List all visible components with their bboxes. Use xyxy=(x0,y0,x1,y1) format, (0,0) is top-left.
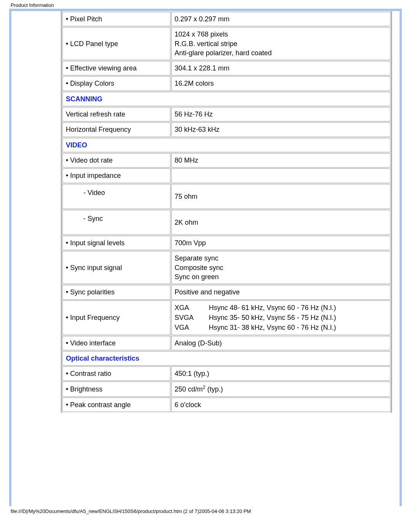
inner-frame: • Pixel Pitch 0.297 x 0.297 mm • LCD Pan… xyxy=(11,11,400,506)
table-row: • Sync input signal Separate sync Compos… xyxy=(62,251,390,284)
value-contrast-ratio: 450:1 (typ.) xyxy=(171,366,390,381)
label-contrast-ratio: • Contrast ratio xyxy=(62,366,170,381)
label-input-frequency: • Input Frequency xyxy=(62,300,170,335)
value-impedance-sync: 2K ohm xyxy=(171,210,390,235)
sync-input-line1: Separate sync xyxy=(175,254,387,263)
value-impedance-video: 75 ohm xyxy=(171,184,390,209)
label-impedance-video: - Video xyxy=(62,184,170,209)
spec-table: • Pixel Pitch 0.297 x 0.297 mm • LCD Pan… xyxy=(62,11,391,413)
label-horizontal-freq: Horizontal Frequency xyxy=(62,122,170,137)
label-impedance-sync: - Sync xyxy=(62,210,170,235)
label-sync-input: • Sync input signal xyxy=(62,251,170,284)
lcd-panel-line2: R.G.B. vertical stripe xyxy=(175,39,387,48)
value-video-interface: Analog (D-Sub) xyxy=(171,336,390,350)
table-row: - Video 75 ohm xyxy=(62,184,390,209)
table-row: VIDEO xyxy=(62,138,390,152)
label-display-colors: • Display Colors xyxy=(62,76,170,91)
label-signal-levels: • Input signal levels xyxy=(62,236,170,250)
table-row: • Brightness 250 cd/m2 (typ.) xyxy=(62,382,390,396)
brightness-sup: 2 xyxy=(203,385,206,390)
section-head-scanning: SCANNING xyxy=(62,92,390,106)
table-row: Horizontal Frequency 30 kHz-63 kHz xyxy=(62,122,390,137)
page-title: Product Information xyxy=(0,0,411,9)
impedance-sync-sublabel: - Sync xyxy=(66,214,103,223)
value-video-dot-rate: 80 MHz xyxy=(171,153,390,168)
label-input-impedance: • Input impedance xyxy=(62,168,170,183)
table-row: SCANNING xyxy=(62,92,390,106)
label-peak-contrast-angle: • Peak contrast angle xyxy=(62,398,170,412)
freq-val-svga: Hsync 35- 50 kHz, Vsync 56 - 75 Hz (N.I.… xyxy=(209,313,387,322)
label-video-interface: • Video interface xyxy=(62,336,170,350)
label-sync-polarities: • Sync polarities xyxy=(62,285,170,299)
value-lcd-panel: 1024 x 768 pixels R.G.B. vertical stripe… xyxy=(171,27,390,60)
table-row: • Peak contrast angle 6 o'clock xyxy=(62,398,390,412)
table-row: • Input signal levels 700m Vpp xyxy=(62,236,390,250)
table-row: • Contrast ratio 450:1 (typ.) xyxy=(62,366,390,381)
value-horizontal-freq: 30 kHz-63 kHz xyxy=(171,122,390,137)
value-signal-levels: 700m Vpp xyxy=(171,236,390,250)
freq-mode-svga: SVGA xyxy=(175,313,209,322)
brightness-prefix: 250 cd/m xyxy=(175,385,203,393)
table-row: • Input Frequency XGA Hsync 48- 61 kHz, … xyxy=(62,300,390,335)
value-brightness: 250 cd/m2 (typ.) xyxy=(171,382,390,396)
freq-mode-vga: VGA xyxy=(175,323,209,332)
section-head-optical: Optical characteristics xyxy=(62,351,390,366)
section-head-video: VIDEO xyxy=(62,138,390,152)
value-sync-input: Separate sync Composite sync Sync on gre… xyxy=(171,251,390,284)
sync-input-line3: Sync on green xyxy=(175,272,387,281)
table-row: • Display Colors 16.2M colors xyxy=(62,76,390,91)
label-brightness: • Brightness xyxy=(62,382,170,396)
table-row: • Sync polarities Positive and negative xyxy=(62,285,390,299)
freq-val-vga: Hsync 31- 38 kHz, Vsync 60 - 76 Hz (N.I.… xyxy=(209,323,387,332)
lcd-panel-line1: 1024 x 768 pixels xyxy=(175,30,387,39)
value-display-colors: 16.2M colors xyxy=(171,76,390,91)
lcd-panel-line3: Anti-glare polarizer, hard coated xyxy=(175,48,387,58)
sync-input-line2: Composite sync xyxy=(175,263,387,272)
spec-table-container: • Pixel Pitch 0.297 x 0.297 mm • LCD Pan… xyxy=(61,11,392,413)
impedance-video-sublabel: - Video xyxy=(66,188,105,197)
table-row: Vertical refresh rate 56 Hz-76 Hz xyxy=(62,107,390,121)
label-lcd-panel: • LCD Panel type xyxy=(62,27,170,60)
footer-path: file:///D|/My%20Documents/dfu/A5_new/ENG… xyxy=(0,506,411,518)
table-row: - Sync 2K ohm xyxy=(62,210,390,235)
table-row: • Pixel Pitch 0.297 x 0.297 mm xyxy=(62,12,390,26)
table-row: Optical characteristics xyxy=(62,351,390,366)
value-vertical-refresh: 56 Hz-76 Hz xyxy=(171,107,390,121)
table-row: • LCD Panel type 1024 x 768 pixels R.G.B… xyxy=(62,27,390,60)
table-row: • Video dot rate 80 MHz xyxy=(62,153,390,168)
table-row: • Video interface Analog (D-Sub) xyxy=(62,336,390,350)
value-input-impedance xyxy=(171,168,390,183)
value-effective-viewing: 304.1 x 228.1 mm xyxy=(171,61,390,75)
label-vertical-refresh: Vertical refresh rate xyxy=(62,107,170,121)
table-row: • Input impedance xyxy=(62,168,390,183)
value-peak-contrast-angle: 6 o'clock xyxy=(171,398,390,412)
value-sync-polarities: Positive and negative xyxy=(171,285,390,299)
freq-mode-xga: XGA xyxy=(175,303,209,312)
value-input-frequency: XGA Hsync 48- 61 kHz, Vsync 60 - 76 Hz (… xyxy=(171,300,390,335)
brightness-suffix: (typ.) xyxy=(206,385,223,393)
label-effective-viewing: • Effective viewing area xyxy=(62,61,170,75)
label-video-dot-rate: • Video dot rate xyxy=(62,153,170,168)
outer-frame: • Pixel Pitch 0.297 x 0.297 mm • LCD Pan… xyxy=(9,9,402,506)
value-pixel-pitch: 0.297 x 0.297 mm xyxy=(171,12,390,26)
label-pixel-pitch: • Pixel Pitch xyxy=(62,12,170,26)
freq-val-xga: Hsync 48- 61 kHz, Vsync 60 - 76 Hz (N.I.… xyxy=(209,303,387,312)
table-row: • Effective viewing area 304.1 x 228.1 m… xyxy=(62,61,390,75)
